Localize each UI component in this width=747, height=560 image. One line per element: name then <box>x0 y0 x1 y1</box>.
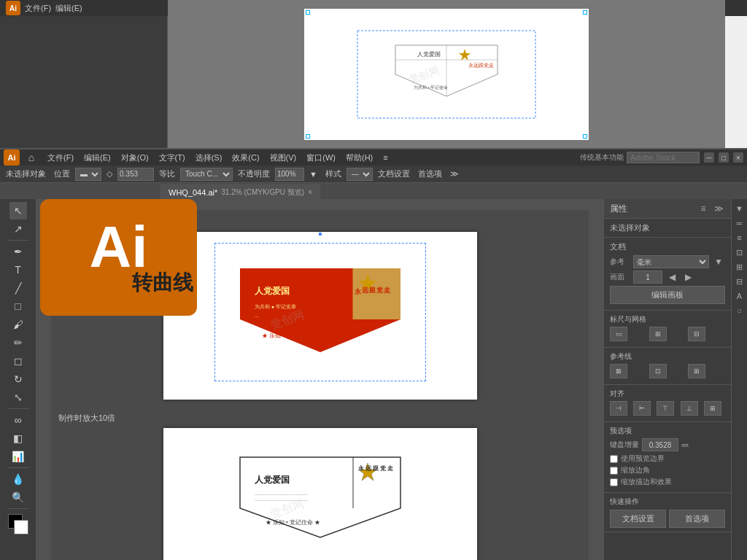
top-menu-edit[interactable]: 编辑(E) <box>55 3 82 14</box>
stroke-select[interactable]: ▬ <box>75 168 101 181</box>
panel-close-icon[interactable]: ≫ <box>712 202 725 215</box>
svg-text:跟: 跟 <box>373 465 379 472</box>
minimize-button[interactable]: ─ <box>704 152 714 163</box>
ruler-btn-2[interactable]: ⊞ <box>649 327 667 341</box>
guide-btn-2[interactable]: ⊡ <box>649 364 667 378</box>
touch-select[interactable]: Touch C... <box>180 168 233 181</box>
align-top-btn[interactable]: ⊥ <box>681 401 698 416</box>
align-left-btn[interactable]: ⊣ <box>610 401 627 416</box>
guide-btn-3[interactable]: ⊞ <box>688 364 705 378</box>
color-boxes[interactable] <box>8 514 28 534</box>
pennant-svg-red: 人党爱国 永 远 跟 党 走 为 <box>218 246 422 378</box>
scale-strokes-check[interactable] <box>610 478 618 486</box>
strip-icon-6[interactable]: ⊟ <box>733 275 746 288</box>
align-right-btn[interactable]: ⊤ <box>657 401 674 416</box>
gradient-tool[interactable]: ◧ <box>9 429 27 447</box>
blend-tool[interactable]: ∞ <box>9 411 27 429</box>
menu-help[interactable]: 帮助(H) <box>341 151 377 165</box>
panel-prev-icon[interactable]: ◀ <box>665 271 678 284</box>
eraser-tool[interactable]: ◻ <box>9 352 27 370</box>
preferences-btn[interactable]: 首选项 <box>415 168 445 180</box>
guide-btn-1[interactable]: ⊠ <box>610 364 627 378</box>
menu-edit[interactable]: 编辑(E) <box>80 151 115 165</box>
type-tool[interactable]: T <box>9 261 27 279</box>
strip-icon-1[interactable]: ▼ <box>733 202 746 215</box>
menu-select[interactable]: 选择(S) <box>191 151 227 165</box>
menu-object[interactable]: 对象(O) <box>117 151 153 165</box>
panel-artboard-label: 画面 <box>610 272 630 282</box>
strip-icon-3[interactable]: ≡ <box>733 231 746 244</box>
artboard-2[interactable]: 人党爱国 永 远 跟 党 走 .........................… <box>163 428 477 560</box>
pencil-tool[interactable]: ✏ <box>9 334 27 351</box>
preferences-quick-btn[interactable]: 首选项 <box>669 510 725 528</box>
ruler-btn-3[interactable]: ⊟ <box>688 327 705 341</box>
top-menu-file[interactable]: 文件(F) <box>25 3 51 14</box>
scale-tool[interactable]: ⤡ <box>9 389 27 406</box>
tab-close-button[interactable]: × <box>308 188 312 196</box>
compare-label: 等比 <box>156 168 178 180</box>
rect-tool[interactable]: □ <box>9 298 27 315</box>
menu-effect[interactable]: 效果(C) <box>228 151 263 165</box>
doc-settings-quick-btn[interactable]: 文档设置 <box>610 510 666 528</box>
menu-window[interactable]: 窗口(W) <box>302 151 340 165</box>
menu-view[interactable]: 视图(V) <box>266 151 301 165</box>
home-icon[interactable]: ⌂ <box>24 150 39 165</box>
panel-quick-actions-section: 快速操作 文档设置 首选项 <box>604 493 731 532</box>
more-btn[interactable]: ≫ <box>447 168 462 179</box>
chart-tool[interactable]: 📊 <box>9 448 27 465</box>
position-input[interactable] <box>117 168 154 181</box>
eyedropper-tool[interactable]: 💧 <box>9 470 27 488</box>
quick-actions-row: 文档设置 首选项 <box>610 510 725 528</box>
align-center-btn[interactable]: ⊢ <box>633 401 651 416</box>
pen-tool[interactable]: ✒ <box>9 243 27 260</box>
app-icon: Ai <box>4 149 20 166</box>
strip-icon-8[interactable]: ○ <box>733 304 746 317</box>
guides-grid: ⊠ ⊡ ⊞ <box>610 364 725 378</box>
strip-icon-4[interactable]: ⊡ <box>733 246 746 259</box>
edit-artboard-button[interactable]: 编辑画板 <box>610 286 725 304</box>
tolerance-input[interactable] <box>642 438 678 451</box>
strip-icon-7[interactable]: A <box>733 289 746 303</box>
direct-select-tool[interactable]: ↗ <box>9 220 27 238</box>
style-select[interactable]: — <box>347 168 373 181</box>
svg-text:永远跟党走: 永远跟党走 <box>468 63 494 68</box>
selection-tool[interactable]: ↖ <box>9 202 27 219</box>
doc-settings-btn[interactable]: 文档设置 <box>375 168 413 180</box>
ai-logo-overlay: Ai 转曲线 <box>40 199 197 316</box>
line-tool[interactable]: ╱ <box>9 279 27 297</box>
content-area: ↖ ↗ ✒ T ╱ □ 🖌 ✏ ◻ ↻ ⤡ ∞ ◧ 📊 💧 🔍 <box>0 199 747 560</box>
close-button[interactable]: × <box>733 152 743 163</box>
artboard-1[interactable]: 人党爱国 永 远 跟 党 走 为 <box>163 232 477 400</box>
menu-file[interactable]: 文件(F) <box>43 151 78 165</box>
preview-bounds-check[interactable] <box>610 455 618 463</box>
search-input[interactable] <box>627 152 700 163</box>
scale-strokes-row: 缩放描边和效果 <box>610 477 725 487</box>
main-window: Ai ⌂ 文件(F) 编辑(E) 对象(O) 文字(T) 选择(S) 效果(C)… <box>0 149 747 560</box>
active-tab[interactable]: WHQ_044.ai* 31.2% (CMYK/GPU 预览) × <box>160 184 320 199</box>
strip-icon-5[interactable]: ⊞ <box>733 260 746 273</box>
menu-extra[interactable]: ≡ <box>379 152 392 163</box>
position-separator: ◇ <box>104 168 115 179</box>
opacity-label: 不透明度 <box>235 168 273 180</box>
rotate-tool[interactable]: ↻ <box>9 370 27 388</box>
position-label: 位置 <box>51 168 73 180</box>
align-middle-btn[interactable]: ⊞ <box>704 401 721 416</box>
opacity-input[interactable] <box>275 168 304 181</box>
ruler-btn-1[interactable]: ▭ <box>610 327 627 341</box>
panel-menu-icon[interactable]: ≡ <box>697 202 710 215</box>
menu-type[interactable]: 文字(T) <box>155 151 190 165</box>
round-corners-check[interactable] <box>610 467 618 475</box>
top-artboard: 人党爱国 永远跟党走 为共和 • 牢记使命 觉创网 <box>304 9 589 140</box>
top-design-svg: 人党爱国 永远跟党走 为共和 • 牢记使命 觉创网 <box>352 27 541 122</box>
background-color[interactable] <box>14 520 28 534</box>
paintbrush-tool[interactable]: 🖌 <box>9 316 27 333</box>
zoom-tool[interactable]: 🔍 <box>9 489 27 506</box>
panel-unit-select[interactable]: 毫米 <box>633 255 709 268</box>
restore-button[interactable]: □ <box>719 152 729 163</box>
svg-text:★ 乐知 • 党记住命 ★: ★ 乐知 • 党记住命 ★ <box>262 332 317 339</box>
opacity-arrow[interactable]: ▼ <box>306 169 320 179</box>
panel-artboard-input[interactable] <box>633 271 662 284</box>
strip-icon-2[interactable]: ═ <box>733 217 746 230</box>
panel-unit-arrow[interactable]: ▼ <box>712 255 725 268</box>
panel-next-icon[interactable]: ▶ <box>681 271 694 284</box>
